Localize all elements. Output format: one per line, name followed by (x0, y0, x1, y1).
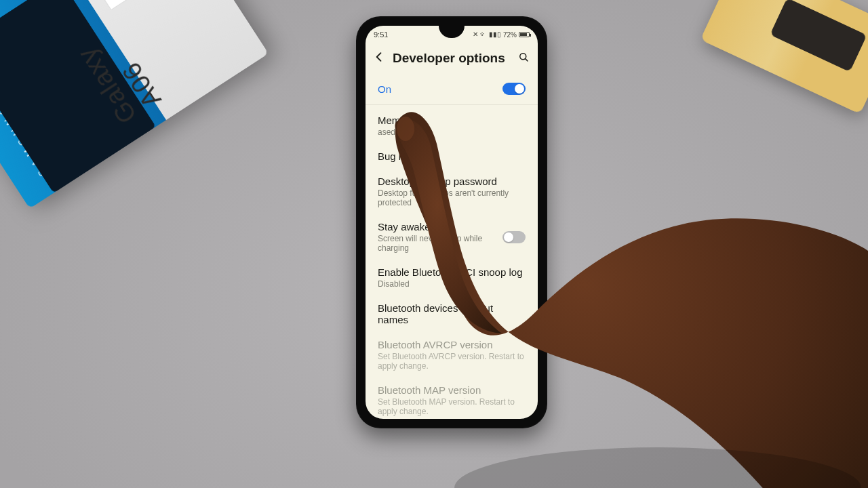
phone-screen: 9:51 ✕ ᯤ ▮▮▯ 72% Developer options On Me… (366, 26, 538, 419)
settings-row-subtitle: Screen will never sleep while charging (378, 234, 494, 253)
phone-device: 9:51 ✕ ᯤ ▮▮▯ 72% Developer options On Me… (356, 16, 547, 428)
row-toggle-switch[interactable] (502, 231, 526, 243)
settings-row-text: Memoryased (378, 115, 526, 137)
chevron-left-icon (372, 50, 386, 64)
settings-row-title: Bluetooth MAP version (378, 384, 526, 396)
settings-row[interactable]: Bluetooth MAP versionSet Bluetooth MAP v… (366, 378, 538, 419)
mute-icon: ✕ (473, 31, 478, 38)
settings-row-title: Desktop backup password (378, 176, 526, 187)
settings-row-title: Enable Bluetooth HCI snoop log (378, 266, 526, 278)
settings-row-title: Bug report (378, 150, 526, 162)
settings-row-title: Memory (378, 115, 526, 126)
master-toggle-switch[interactable] (502, 83, 526, 95)
settings-row-text: Stay awakeScreen will never sleep while … (378, 221, 494, 253)
settings-row-text: Bluetooth AVRCP versionSet Bluetooth AVR… (378, 339, 526, 371)
settings-row[interactable]: Memoryased (366, 108, 538, 144)
statusbar-indicators: ✕ ᯤ ▮▮▯ 72% (473, 31, 530, 39)
settings-row-subtitle: ased (378, 127, 526, 137)
settings-row-subtitle: Disabled (378, 279, 526, 289)
master-toggle-row[interactable]: On (366, 77, 538, 104)
settings-row-text: Desktop backup passwordDesktop full back… (378, 176, 526, 207)
battery-percent: 72% (503, 31, 517, 39)
back-button[interactable] (372, 50, 386, 66)
settings-row[interactable]: Desktop backup passwordDesktop full back… (366, 169, 538, 214)
settings-row-text: Bluetooth devices without names (378, 302, 526, 325)
search-icon (517, 51, 530, 63)
search-button[interactable] (517, 51, 530, 66)
settings-row[interactable]: Bug report (366, 144, 538, 169)
settings-row-text: Enable Bluetooth HCI snoop logDisabled (378, 266, 526, 289)
wifi-icon: ᯤ (480, 31, 487, 38)
battery-icon (519, 32, 530, 37)
settings-row[interactable]: Bluetooth AVRCP versionSet Bluetooth AVR… (366, 332, 538, 378)
settings-row-subtitle: Desktop full backups aren't currently pr… (378, 188, 526, 207)
settings-row-text: Bug report (378, 150, 526, 162)
svg-line-1 (526, 59, 528, 61)
settings-row[interactable]: Bluetooth devices without names (366, 296, 538, 332)
signal-icon: ▮▮▯ (489, 31, 501, 38)
settings-row[interactable]: Enable Bluetooth HCI snoop logDisabled (366, 260, 538, 296)
settings-row-title: Stay awake (378, 221, 494, 232)
settings-row-subtitle: Set Bluetooth AVRCP version. Restart to … (378, 352, 526, 371)
titlebar: Developer options (366, 43, 538, 77)
master-toggle-label: On (378, 83, 391, 95)
divider (366, 104, 538, 105)
settings-row-title: Bluetooth devices without names (378, 302, 526, 325)
settings-list: MemoryasedBug reportDesktop backup passw… (366, 108, 538, 419)
statusbar-time: 9:51 (374, 30, 388, 39)
settings-row-subtitle: Set Bluetooth MAP version. Restart to ap… (378, 397, 526, 416)
settings-row-text: Bluetooth MAP versionSet Bluetooth MAP v… (378, 384, 526, 416)
page-title: Developer options (393, 51, 511, 66)
settings-row-title: Bluetooth AVRCP version (378, 339, 526, 350)
settings-row[interactable]: Stay awakeScreen will never sleep while … (366, 214, 538, 260)
